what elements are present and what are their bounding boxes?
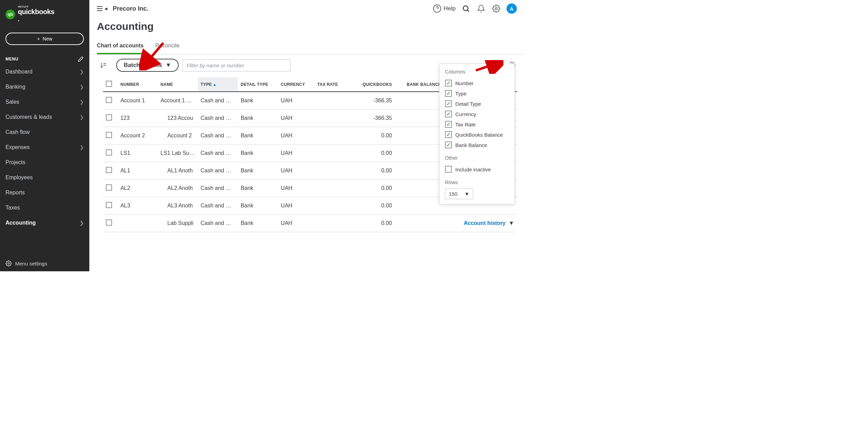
- row-checkbox[interactable]: [106, 149, 112, 156]
- sidebar-item-taxes[interactable]: Taxes: [0, 200, 89, 215]
- avatar[interactable]: A: [507, 3, 517, 14]
- column-option-bank-balance[interactable]: ✓Bank Balance: [445, 140, 509, 150]
- checkbox-icon: ✓: [445, 141, 452, 148]
- cell-bank-balance: [395, 127, 444, 145]
- sidebar-item-sales[interactable]: Sales❯: [0, 94, 89, 110]
- batch-actions-button[interactable]: Batch actions ▼: [116, 59, 179, 72]
- nav: Dashboard❯Banking❯Sales❯Customers & lead…: [0, 64, 89, 255]
- caret-down-icon: ▼: [464, 191, 469, 197]
- option-label: Number: [455, 80, 474, 86]
- edit-menu-icon[interactable]: [78, 56, 84, 62]
- tab-chart-of-accounts[interactable]: Chart of accounts: [97, 39, 144, 54]
- cell-tax: [314, 110, 347, 127]
- tab-reconcile[interactable]: Reconcile: [155, 39, 179, 54]
- chevron-right-icon: ❯: [80, 145, 84, 150]
- cell-currency: UAH: [278, 92, 314, 110]
- column-header[interactable]: DETAIL TYPE: [238, 77, 278, 92]
- column-option-number[interactable]: ✓Number: [445, 78, 509, 88]
- cell-number: AL2: [118, 180, 158, 197]
- select-all-checkbox[interactable]: [106, 81, 112, 87]
- cell-number: 123: [118, 110, 158, 127]
- checkbox-icon: ✓: [445, 80, 452, 87]
- cell-detail: Bank: [238, 92, 278, 110]
- cell-name: AL3 Anoth: [158, 197, 198, 215]
- row-checkbox[interactable]: [106, 114, 112, 121]
- cell-tax: [314, 197, 347, 215]
- cell-detail: Bank: [238, 180, 278, 197]
- cell-tax: [314, 162, 347, 180]
- row-checkbox[interactable]: [106, 132, 112, 138]
- new-button[interactable]: + New: [5, 33, 84, 45]
- column-option-currency[interactable]: ✓Currency: [445, 109, 509, 119]
- cell-bank-balance: [395, 215, 444, 232]
- search-icon[interactable]: [461, 4, 471, 13]
- gear-icon[interactable]: [491, 4, 501, 13]
- cell-currency: UAH: [278, 197, 314, 215]
- include-inactive-option[interactable]: Include inactive: [445, 164, 509, 174]
- hamburger-icon[interactable]: ◀: [97, 6, 107, 11]
- row-checkbox[interactable]: [106, 167, 112, 173]
- cell-qb-balance: -366.35: [347, 110, 395, 127]
- cell-detail: Bank: [238, 162, 278, 180]
- checkbox-icon: [445, 166, 452, 173]
- table-row: Lab SuppliCash and …BankUAH0.00Account h…: [103, 215, 517, 232]
- rows-select[interactable]: 150 ▼: [445, 189, 473, 199]
- sidebar-item-customers-leads[interactable]: Customers & leads❯: [0, 110, 89, 125]
- menu-settings-label: Menu settings: [15, 261, 47, 266]
- column-header[interactable]: BANK BALANCE: [395, 77, 444, 92]
- column-header[interactable]: CURRENCY: [278, 77, 314, 92]
- column-option-tax-rate[interactable]: ✓Tax Rate: [445, 119, 509, 129]
- logo: qb INTUIT quickbooks .: [0, 4, 89, 28]
- row-checkbox[interactable]: [106, 184, 112, 191]
- column-header[interactable]: NUMBER: [118, 77, 158, 92]
- bell-icon[interactable]: [476, 4, 486, 13]
- column-option-quickbooks-balance[interactable]: ✓QuickBooks Balance: [445, 129, 509, 140]
- menu-settings[interactable]: Menu settings: [0, 255, 89, 271]
- cell-bank-balance: [395, 197, 444, 215]
- cell-number: AL1: [118, 162, 158, 180]
- column-option-type[interactable]: ✓Type: [445, 88, 509, 99]
- cell-qb-balance: 0.00: [347, 162, 395, 180]
- collapse-icon[interactable]: [100, 61, 107, 69]
- column-option-detail-type[interactable]: ✓Detail Type: [445, 99, 509, 109]
- cell-number: [118, 215, 158, 232]
- column-header[interactable]: QUICKBOOKS: [347, 77, 395, 92]
- row-checkbox[interactable]: [106, 97, 112, 103]
- cell-detail: Bank: [238, 197, 278, 215]
- column-header[interactable]: TAX RATE: [314, 77, 347, 92]
- help-label: Help: [444, 5, 456, 12]
- sidebar-item-expenses[interactable]: Expenses❯: [0, 140, 89, 155]
- chevron-right-icon: ❯: [80, 69, 84, 75]
- sidebar-item-employees[interactable]: Employees: [0, 170, 89, 185]
- logo-icon: qb: [5, 10, 15, 19]
- column-header[interactable]: NAME: [158, 77, 198, 92]
- cell-bank-balance: [395, 162, 444, 180]
- cell-number: LS1: [118, 145, 158, 162]
- cell-bank-balance: [395, 110, 444, 127]
- nav-label: Expenses: [5, 144, 30, 150]
- cell-type: Cash and …: [198, 145, 238, 162]
- filter-input[interactable]: [182, 59, 290, 71]
- option-label: Bank Balance: [455, 142, 487, 148]
- sidebar-item-dashboard[interactable]: Dashboard❯: [0, 64, 89, 79]
- help-button[interactable]: Help: [433, 4, 456, 13]
- nav-label: Dashboard: [5, 69, 32, 75]
- sidebar-item-banking[interactable]: Banking❯: [0, 79, 89, 94]
- cell-bank-balance: [395, 180, 444, 197]
- menu-label: MENU: [5, 57, 18, 61]
- cell-type: Cash and …: [198, 180, 238, 197]
- svg-point-8: [495, 8, 497, 10]
- row-checkbox[interactable]: [106, 202, 112, 208]
- sidebar-item-reports[interactable]: Reports: [0, 185, 89, 200]
- svg-point-6: [463, 6, 468, 11]
- column-header[interactable]: TYPE▲: [198, 77, 238, 92]
- cell-qb-balance: 0.00: [347, 197, 395, 215]
- sidebar-item-cash-flow[interactable]: Cash flow: [0, 125, 89, 140]
- cell-type: Cash and …: [198, 215, 238, 232]
- action-cell[interactable]: Account history ▼: [444, 215, 517, 232]
- columns-title: Columns: [445, 69, 509, 75]
- sidebar-item-projects[interactable]: Projects: [0, 155, 89, 170]
- sidebar-item-accounting[interactable]: Accounting❯: [0, 215, 89, 230]
- row-checkbox[interactable]: [106, 219, 112, 226]
- cell-currency: UAH: [278, 215, 314, 232]
